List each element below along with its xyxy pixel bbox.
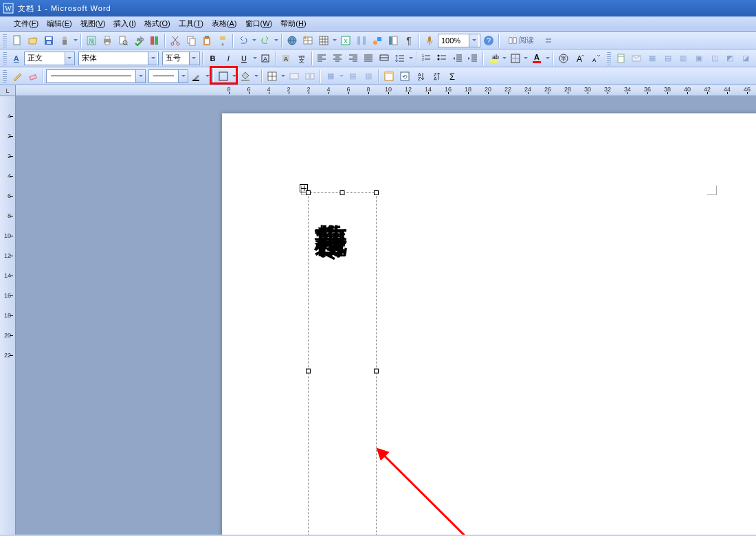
chinese-search-button[interactable]: 简 [84,33,99,48]
permission-dropdown[interactable] [73,33,78,48]
mailmerge-fields-button[interactable]: ▦ [645,51,660,66]
underline-dropdown[interactable] [252,51,258,66]
paste-button[interactable] [199,33,214,48]
styles-pane-button[interactable]: A [10,51,23,66]
resize-handle-tr[interactable] [374,190,379,195]
vertical-ruler[interactable]: L 42246810121416182022 [0,85,16,535]
menu-table[interactable]: 表格(A) [208,17,241,30]
align-right-button[interactable] [346,51,361,66]
menu-edit[interactable]: 编辑(E) [43,17,76,30]
speech-button[interactable] [422,33,437,48]
menu-window[interactable]: 窗口(W) [241,17,277,30]
align-left-button[interactable] [315,51,330,66]
style-input[interactable] [25,54,65,63]
distribute-cols-button[interactable]: ▥ [361,69,376,84]
table-autoformat-button[interactable] [381,69,397,84]
highlight-button[interactable]: ab [486,51,501,66]
increase-indent-button[interactable] [466,51,481,66]
align-center-button[interactable] [330,51,345,66]
underline-button[interactable]: U [236,51,252,66]
font-input[interactable] [79,54,148,63]
zoom-combo[interactable] [438,34,480,47]
permission-button[interactable] [57,33,72,48]
resize-handle-tl[interactable] [306,190,311,195]
insert-table-button[interactable] [316,33,331,48]
eraser-button[interactable] [25,69,41,84]
align-distributed-button[interactable] [377,51,392,66]
hyperlink-button[interactable] [285,33,300,48]
open-button[interactable] [25,33,41,48]
toolbar-options[interactable] [541,33,556,48]
highlight-dropdown[interactable] [502,51,507,66]
decrease-indent-button[interactable] [450,51,465,66]
font-color-button[interactable]: A [529,51,544,66]
split-cells-button[interactable] [302,69,318,84]
shrink-font-button[interactable]: A [587,51,602,66]
print-button[interactable] [100,33,115,48]
new-doc-button[interactable] [10,33,25,48]
distribute-rows-button[interactable]: ▤ [345,69,360,84]
tables-borders-button[interactable] [300,33,315,48]
resize-handle-lm[interactable] [306,369,311,374]
mailmerge-view-button[interactable]: ◪ [738,51,753,66]
phonetic-guide-button[interactable]: wén文 [294,51,309,66]
research-button[interactable] [147,33,162,48]
border-color-button[interactable] [189,69,204,84]
line-style-combo[interactable] [46,69,146,83]
insert-table-dropdown[interactable] [332,33,337,48]
copy-button[interactable] [184,33,199,48]
borders-dropdown[interactable] [523,51,529,66]
font-combo[interactable] [78,52,158,65]
bold-button[interactable]: B [205,51,221,66]
menu-view[interactable]: 视图(V) [76,17,110,30]
font-size-combo[interactable] [162,52,200,65]
toolbar-grip[interactable] [607,52,611,65]
autosum-button[interactable]: Σ [445,69,460,84]
columns-button[interactable] [354,33,369,48]
mailmerge-greeting-button[interactable]: ▥ [676,51,691,66]
mailmerge-insert-button[interactable]: ▣ [691,51,707,66]
menu-format[interactable]: 格式(O) [140,17,175,30]
merge-cells-button[interactable] [287,69,302,84]
cell-align-dropdown[interactable] [339,69,344,84]
insert-table-button-2[interactable] [265,69,280,84]
resize-handle-tm[interactable] [340,190,345,195]
cell-align-button[interactable]: ▦ [323,69,338,84]
document-map-button[interactable] [386,33,401,48]
toolbar-grip[interactable] [3,69,7,83]
shading-color-dropdown[interactable] [254,69,259,84]
zoom-dropdown[interactable] [469,34,478,47]
font-size-input[interactable] [163,54,189,63]
undo-dropdown[interactable] [252,33,257,48]
cut-button[interactable] [168,33,183,48]
mailmerge-main-doc-button[interactable] [614,51,629,66]
undo-button[interactable] [236,33,251,48]
style-dropdown[interactable] [65,52,74,65]
resize-handle-rm[interactable] [374,369,379,374]
mailmerge-recipients-button[interactable] [629,51,644,66]
toolbar-grip[interactable] [3,34,7,47]
line-spacing-button[interactable] [392,51,408,66]
sort-asc-button[interactable]: AZ [413,69,428,84]
read-button[interactable]: 阅读 [502,33,540,48]
zoom-input[interactable] [438,36,469,45]
redo-button[interactable] [258,33,273,48]
menu-tools[interactable]: 工具(T) [175,17,208,30]
bullet-list-button[interactable] [434,51,449,66]
enclose-char-button[interactable]: 字 [556,51,571,66]
menu-help[interactable]: 帮助(H) [276,17,310,30]
borders-button[interactable] [508,51,523,66]
toolbar-grip[interactable] [3,52,7,65]
textbox[interactable]: 梅花香自苦寒来 [308,192,377,535]
style-combo[interactable] [24,52,76,65]
horizontal-ruler[interactable]: 8642246810121416182022242628303234363840… [16,85,756,96]
number-list-button[interactable]: 12 [419,51,434,66]
mailmerge-match-fields-button[interactable]: ◩ [722,51,737,66]
sort-desc-button[interactable]: ZA [429,69,444,84]
align-justify-button[interactable] [362,51,377,66]
mailmerge-highlight-fields-button[interactable]: ◫ [707,51,722,66]
grow-font-button[interactable]: A [572,51,587,66]
mailmerge-address-button[interactable]: ▤ [660,51,676,66]
spelling-button[interactable]: ab [131,33,146,48]
line-style-dropdown[interactable] [135,70,145,82]
